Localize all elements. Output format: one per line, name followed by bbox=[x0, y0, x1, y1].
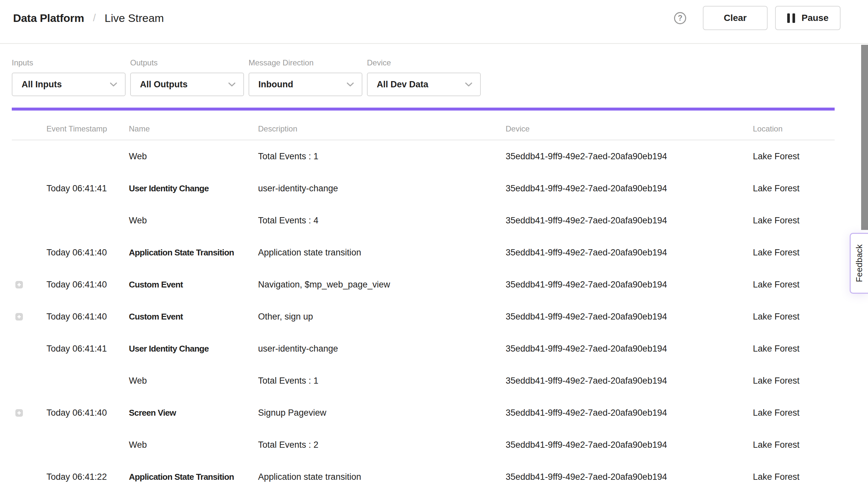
event-timestamp: Today 06:41:40 bbox=[46, 312, 129, 322]
event-name: User Identity Change bbox=[129, 183, 258, 193]
page-title: Live Stream bbox=[105, 12, 164, 25]
filter-message-direction-select[interactable]: Inbound bbox=[249, 72, 362, 96]
column-header: Name bbox=[129, 124, 258, 133]
event-name: Custom Event bbox=[129, 312, 258, 322]
expand-plus-icon[interactable] bbox=[16, 313, 23, 321]
chevron-down-icon bbox=[465, 83, 472, 87]
event-description: Signup Pageview bbox=[258, 408, 506, 418]
event-location: Lake Forest bbox=[753, 280, 835, 290]
event-description: Application state transition bbox=[258, 248, 506, 258]
event-name: Application State Transition bbox=[129, 472, 258, 482]
event-description: user-identity-change bbox=[258, 183, 506, 193]
filter-device-select[interactable]: All Dev Data bbox=[367, 72, 481, 96]
event-location: Lake Forest bbox=[753, 183, 835, 193]
event-device: 35eddb41-9ff9-49e2-7aed-20afa90eb194 bbox=[506, 376, 753, 386]
breadcrumb-separator-icon: / bbox=[93, 12, 96, 24]
breadcrumb: Data Platform / Live Stream bbox=[13, 12, 164, 25]
event-name: Screen View bbox=[129, 408, 258, 418]
event-timestamp: Today 06:41:41 bbox=[46, 344, 129, 354]
event-description: Total Events : 4 bbox=[258, 215, 506, 226]
filter-device-value: All Dev Data bbox=[377, 80, 428, 90]
event-location: Lake Forest bbox=[753, 440, 835, 450]
expand-plus-icon[interactable] bbox=[16, 281, 23, 288]
event-timestamp: Today 06:41:22 bbox=[46, 472, 129, 482]
table-row[interactable]: Today 06:41:40Application State Transiti… bbox=[12, 237, 835, 269]
event-device: 35eddb41-9ff9-49e2-7aed-20afa90eb194 bbox=[506, 408, 753, 418]
event-location: Lake Forest bbox=[753, 376, 835, 386]
event-name: Application State Transition bbox=[129, 248, 258, 258]
column-header: Description bbox=[258, 124, 506, 133]
event-location: Lake Forest bbox=[753, 472, 835, 482]
table-row[interactable]: WebTotal Events : 135eddb41-9ff9-49e2-7a… bbox=[12, 140, 835, 172]
table-row[interactable]: Today 06:41:40Custom EventOther, sign up… bbox=[12, 301, 835, 333]
filter-outputs-label: Outputs bbox=[130, 58, 244, 67]
filter-bar: InputsAll InputsOutputsAll OutputsMessag… bbox=[0, 44, 868, 108]
table-row[interactable]: Today 06:41:40Screen ViewSignup Pageview… bbox=[12, 397, 835, 429]
event-description: Other, sign up bbox=[258, 312, 506, 322]
table-header-row: Event TimestampNameDescriptionDeviceLoca… bbox=[12, 111, 835, 140]
event-location: Lake Forest bbox=[753, 215, 835, 226]
filter-outputs-value: All Outputs bbox=[140, 80, 187, 90]
event-device: 35eddb41-9ff9-49e2-7aed-20afa90eb194 bbox=[506, 248, 753, 258]
filter-device: DeviceAll Dev Data bbox=[367, 58, 481, 108]
event-device: 35eddb41-9ff9-49e2-7aed-20afa90eb194 bbox=[506, 151, 753, 161]
feedback-tab[interactable]: Feedback bbox=[850, 233, 868, 294]
table-row[interactable]: WebTotal Events : 235eddb41-9ff9-49e2-7a… bbox=[12, 429, 835, 461]
chevron-down-icon bbox=[110, 83, 117, 87]
event-name: Web bbox=[129, 151, 258, 161]
event-device: 35eddb41-9ff9-49e2-7aed-20afa90eb194 bbox=[506, 280, 753, 290]
event-device: 35eddb41-9ff9-49e2-7aed-20afa90eb194 bbox=[506, 183, 753, 193]
clear-button-label: Clear bbox=[724, 13, 747, 23]
events-table: Event TimestampNameDescriptionDeviceLoca… bbox=[12, 111, 835, 486]
table-row[interactable]: Today 06:41:41User Identity Changeuser-i… bbox=[12, 172, 835, 204]
filter-message-direction-value: Inbound bbox=[258, 80, 293, 90]
event-timestamp: Today 06:41:40 bbox=[46, 408, 129, 418]
filter-inputs: InputsAll Inputs bbox=[12, 58, 126, 108]
event-name: Web bbox=[129, 440, 258, 450]
header-actions: ? Clear Pause bbox=[674, 6, 840, 30]
event-timestamp: Today 06:41:41 bbox=[46, 183, 129, 193]
filter-inputs-select[interactable]: All Inputs bbox=[12, 72, 126, 96]
help-icon[interactable]: ? bbox=[674, 12, 686, 24]
event-device: 35eddb41-9ff9-49e2-7aed-20afa90eb194 bbox=[506, 440, 753, 450]
event-description: Total Events : 1 bbox=[258, 151, 506, 161]
event-location: Lake Forest bbox=[753, 344, 835, 354]
event-name: Custom Event bbox=[129, 280, 258, 290]
event-device: 35eddb41-9ff9-49e2-7aed-20afa90eb194 bbox=[506, 215, 753, 226]
scrollbar-thumb[interactable] bbox=[861, 45, 868, 230]
chevron-down-icon bbox=[347, 83, 354, 87]
table-row[interactable]: Today 06:41:22Application State Transiti… bbox=[12, 461, 835, 486]
page-header: Data Platform / Live Stream ? Clear Paus… bbox=[0, 0, 868, 44]
table-body: WebTotal Events : 135eddb41-9ff9-49e2-7a… bbox=[12, 140, 835, 486]
event-description: Navigation, $mp_web_page_view bbox=[258, 280, 506, 290]
table-row[interactable]: WebTotal Events : 135eddb41-9ff9-49e2-7a… bbox=[12, 365, 835, 397]
event-device: 35eddb41-9ff9-49e2-7aed-20afa90eb194 bbox=[506, 344, 753, 354]
column-header: Device bbox=[506, 124, 753, 133]
column-header: Location bbox=[753, 124, 835, 133]
event-location: Lake Forest bbox=[753, 151, 835, 161]
expand-cell bbox=[12, 313, 46, 321]
filter-message-direction: Message DirectionInbound bbox=[249, 58, 362, 108]
breadcrumb-product[interactable]: Data Platform bbox=[13, 12, 84, 25]
table-row[interactable]: Today 06:41:40Custom EventNavigation, $m… bbox=[12, 269, 835, 301]
filter-inputs-label: Inputs bbox=[12, 58, 126, 67]
table-row[interactable]: Today 06:41:41User Identity Changeuser-i… bbox=[12, 333, 835, 365]
stream-accent-bar bbox=[12, 108, 835, 111]
feedback-tab-label: Feedback bbox=[854, 244, 864, 282]
event-location: Lake Forest bbox=[753, 248, 835, 258]
filter-outputs: OutputsAll Outputs bbox=[130, 58, 244, 108]
event-timestamp: Today 06:41:40 bbox=[46, 248, 129, 258]
event-name: Web bbox=[129, 376, 258, 386]
event-location: Lake Forest bbox=[753, 408, 835, 418]
clear-button[interactable]: Clear bbox=[703, 6, 768, 30]
table-row[interactable]: WebTotal Events : 435eddb41-9ff9-49e2-7a… bbox=[12, 204, 835, 237]
event-description: Application state transition bbox=[258, 472, 506, 482]
pause-button[interactable]: Pause bbox=[775, 6, 840, 30]
event-description: Total Events : 2 bbox=[258, 440, 506, 450]
expand-cell bbox=[12, 409, 46, 417]
live-stream-page: Data Platform / Live Stream ? Clear Paus… bbox=[0, 0, 868, 486]
expand-plus-icon[interactable] bbox=[16, 409, 23, 417]
filter-message-direction-label: Message Direction bbox=[249, 58, 362, 67]
filter-outputs-select[interactable]: All Outputs bbox=[130, 72, 244, 96]
event-location: Lake Forest bbox=[753, 312, 835, 322]
